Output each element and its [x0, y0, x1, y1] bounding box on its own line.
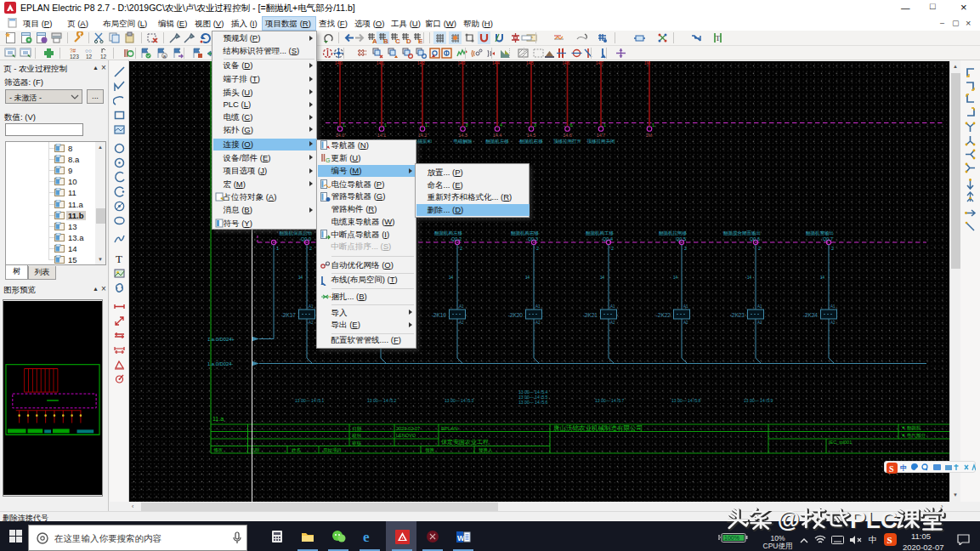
svg-text:100%: 100% — [724, 535, 739, 541]
svg-text:Q0.4: Q0.4 — [603, 236, 613, 241]
svg-text:顶移拉闸打开: 顶移拉闸打开 — [553, 139, 582, 145]
svg-text:T: T — [715, 34, 720, 43]
svg-text:-2K20: -2K20 — [508, 312, 524, 318]
svg-text:A1: A1 — [830, 304, 836, 309]
svg-text:A2: A2 — [610, 321, 615, 325]
svg-text:14: 14 — [820, 276, 825, 280]
svg-text:-2K21: -2K21 — [583, 312, 598, 318]
svg-text:1.a.0/D024-: 1.a.0/D024- — [207, 361, 233, 366]
svg-text:14.6: 14.6 — [563, 61, 570, 65]
svg-text:2: 2 — [536, 246, 539, 251]
svg-text:11.a: 11.a — [212, 416, 224, 422]
svg-text:13 ⌧— 14 /5.1: 13 ⌧— 14 /5.1 — [295, 398, 325, 403]
svg-text:修改: 修改 — [213, 447, 224, 452]
svg-text:14.4: 14.4 — [492, 61, 500, 65]
svg-text:A2: A2 — [535, 321, 541, 325]
svg-text:A1: A1 — [683, 304, 688, 309]
svg-text:2: 2 — [611, 246, 614, 251]
svg-text:1M:: 1M: — [645, 133, 654, 138]
svg-text:14.5: 14.5 — [526, 61, 534, 65]
svg-text:2: 2 — [684, 246, 687, 251]
svg-text:14.0: 14.0 — [336, 133, 345, 138]
svg-text:6: 6 — [570, 122, 573, 128]
svg-text:G: G — [326, 157, 330, 163]
svg-text:2: 2 — [758, 246, 761, 251]
svg-text:2020-02-07: 2020-02-07 — [396, 426, 420, 431]
svg-text:E: E — [418, 37, 423, 44]
svg-text:LENOVO: LENOVO — [396, 433, 416, 438]
svg-text:Q0.0: Q0.0 — [301, 236, 311, 241]
svg-text:日期: 日期 — [352, 426, 362, 432]
svg-text:@: @ — [778, 507, 800, 532]
svg-text:e: e — [363, 530, 370, 544]
svg-text:13 ⌧— 14 /5.7: 13 ⌧— 14 /5.7 — [595, 398, 625, 403]
svg-text:1.a.0/D024+: 1.a.0/D024+ — [207, 337, 235, 342]
svg-text:A2: A2 — [683, 321, 688, 325]
svg-text:A1: A1 — [459, 304, 464, 309]
svg-text:A1: A1 — [309, 304, 314, 309]
svg-text:14: 14 — [298, 276, 303, 280]
svg-text:14.7: 14.7 — [597, 133, 606, 138]
svg-text:13 ⌧— 14 /5.6: 13 ⌧— 14 /5.6 — [518, 400, 548, 405]
svg-text:14.2: 14.2 — [417, 61, 425, 65]
svg-text:▼ 翻抛机: ▼ 翻抛机 — [901, 425, 921, 431]
svg-text:13 ⌧— 14 /5.2: 13 ⌧— 14 /5.2 — [367, 398, 397, 403]
svg-text:13 ⌧— 14 /5.9: 13 ⌧— 14 /5.9 — [744, 398, 773, 403]
svg-text:姓名: 姓名 — [292, 447, 301, 452]
svg-text:Q0.5: Q0.5 — [676, 236, 686, 241]
svg-text:A1: A1 — [757, 304, 762, 309]
svg-text:替换: 替换 — [425, 447, 435, 453]
svg-text:123: 123 — [70, 54, 79, 60]
svg-text:14.3: 14.3 — [458, 133, 467, 138]
svg-text:14.4: 14.4 — [493, 133, 502, 138]
svg-text:Q0.2: Q0.2 — [451, 236, 462, 241]
svg-text:A2: A2 — [757, 321, 762, 325]
svg-text:1: 1 — [276, 246, 279, 251]
svg-text:▼ 电气部分: ▼ 电气部分 — [901, 433, 926, 439]
svg-text:?#: ?# — [70, 48, 76, 54]
svg-text:14.1: 14.1 — [377, 61, 384, 65]
svg-text:T: T — [116, 253, 122, 264]
svg-text:2: 2 — [309, 246, 312, 251]
svg-text:14: 14 — [449, 276, 454, 280]
svg-text:原始项目: 原始项目 — [323, 447, 342, 453]
svg-text:EPLAN: EPLAN — [441, 426, 458, 431]
svg-text:1: 1 — [384, 122, 387, 128]
svg-text:14.0: 14.0 — [335, 61, 343, 65]
svg-text:S: S — [887, 535, 892, 545]
svg-text:校对: 校对 — [351, 433, 362, 438]
svg-text:Q0.7: Q0.7 — [823, 236, 833, 241]
svg-text:1M:: 1M: — [644, 61, 651, 65]
svg-text:审核: 审核 — [352, 440, 362, 446]
svg-text:A1: A1 — [610, 304, 615, 309]
svg-text:S: S — [889, 463, 894, 473]
svg-text:14: 14 — [747, 276, 752, 280]
svg-text:14.2: 14.2 — [418, 133, 428, 138]
svg-text:替换人: 替换人 — [479, 447, 493, 453]
svg-text:1: 1 — [652, 122, 654, 128]
svg-text:14.3: 14.3 — [458, 61, 466, 65]
svg-text:12: 12 — [100, 54, 107, 60]
svg-text:1: 1 — [343, 122, 345, 128]
svg-text:A2: A2 — [309, 321, 314, 325]
svg-text:12: 12 — [86, 54, 93, 60]
svg-text:○○: ○○ — [85, 48, 92, 54]
svg-text:14: 14 — [600, 276, 605, 280]
svg-text:2: 2 — [460, 246, 462, 251]
svg-text:Q0.6: Q0.6 — [750, 236, 760, 241]
svg-text:日期: 日期 — [250, 447, 260, 453]
svg-text:14.6: 14.6 — [563, 133, 572, 138]
svg-text:保定安国农业工程: 保定安国农业工程 — [441, 439, 489, 446]
svg-text:-2K23: -2K23 — [730, 312, 745, 318]
svg-text:唐山沃铭农业机械制造有限公司: 唐山沃铭农业机械制造有限公司 — [553, 424, 643, 432]
svg-text:14: 14 — [673, 276, 678, 280]
svg-text:3: 3 — [534, 122, 536, 128]
svg-text:14.5: 14.5 — [527, 133, 536, 138]
svg-text:13 ⌧— 14 /5.3: 13 ⌧— 14 /5.3 — [445, 398, 474, 403]
svg-text:14.7: 14.7 — [596, 61, 603, 65]
svg-text:翻抛机右移: 翻抛机右移 — [519, 139, 543, 145]
svg-text:4: 4 — [500, 122, 502, 128]
svg-text:A2: A2 — [459, 321, 464, 325]
svg-text:1: 1 — [603, 122, 606, 128]
svg-text:电磁解除: 电磁解除 — [454, 139, 473, 145]
